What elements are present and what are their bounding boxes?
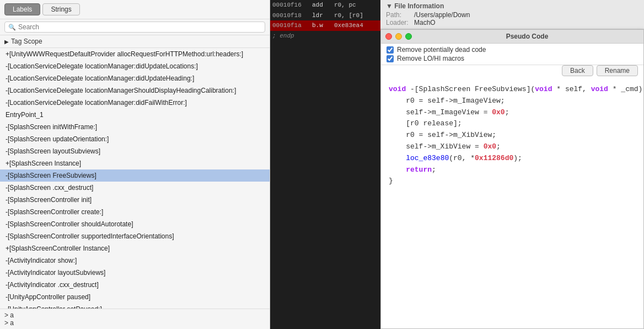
list-item[interactable]: +[SplashScreen Instance] [0, 157, 270, 169]
search-icon: 🔍 [8, 24, 16, 31]
minimize-button[interactable] [395, 33, 402, 40]
rename-button[interactable]: Rename [597, 65, 638, 76]
list-item[interactable]: -[UnityAppController paused] [0, 291, 270, 303]
asm-row: 00010f1ab.w0xe83ea4 [270, 20, 380, 31]
file-info-title: ▼ File Information [386, 2, 638, 10]
symbol-list: +[UnityWWWRequestDefaultProvider allocRe… [0, 48, 270, 309]
toolbar: Labels Strings [0, 0, 270, 19]
list-item[interactable]: -[LocationServiceDelegate locationManage… [0, 84, 270, 97]
search-bar: 🔍 [0, 19, 270, 35]
option-dead-code-row: Remove potentially dead code [387, 46, 638, 54]
remove-lohi-label: Remove LO/HI macros [397, 55, 464, 62]
remove-dead-code-checkbox[interactable] [387, 46, 394, 54]
console-bar: > a > a [0, 309, 270, 329]
path-value: /Users/apple/Down [414, 11, 470, 19]
tag-scope-row[interactable]: ▶ Tag Scope [0, 35, 270, 48]
maximize-button[interactable] [405, 33, 412, 40]
loader-value: MachO [414, 19, 436, 26]
left-panel: Labels Strings 🔍 ▶ Tag Scope +[UnityWWWR… [0, 0, 270, 329]
list-item[interactable]: -[SplashScreen layoutSubviews] [0, 145, 270, 157]
list-item[interactable]: -[SplashScreenController create:] [0, 206, 270, 218]
remove-dead-code-label: Remove potentially dead code [397, 46, 486, 54]
pseudo-code-window: Pseudo Code Remove potentially dead code… [380, 29, 644, 329]
list-item[interactable]: -[SplashScreenController init] [0, 194, 270, 206]
path-label: Path: [386, 11, 411, 19]
triangle-icon: ▶ [4, 39, 9, 45]
console-line1: > a [4, 311, 265, 319]
pseudo-nav: Back Rename [381, 65, 643, 78]
list-item[interactable]: -[ActivityIndicator show:] [0, 254, 270, 267]
close-button[interactable] [385, 33, 392, 40]
option-lo-hi-row: Remove LO/HI macros [387, 55, 638, 62]
pseudo-title: Pseudo Code [415, 33, 639, 40]
console-line2: > a [4, 319, 265, 327]
list-item[interactable]: -[ActivityIndicator .cxx_destruct] [0, 279, 270, 291]
list-item[interactable]: -[SplashScreen FreeSubviews] [0, 169, 270, 182]
list-item[interactable]: -[LocationServiceDelegate locationManage… [0, 60, 270, 72]
tag-scope-label: Tag Scope [11, 38, 42, 45]
file-info-path-row: Path: /Users/apple/Down [386, 11, 638, 19]
asm-row: ; endp [270, 31, 380, 41]
list-item[interactable]: +[UnityWWWRequestDefaultProvider allocRe… [0, 48, 270, 60]
list-item[interactable]: +[SplashScreenController Instance] [0, 242, 270, 254]
list-item[interactable]: -[SplashScreen initWithFrame:] [0, 121, 270, 133]
assembly-panel: 00010f16addr0, pc00010f18ldrr0, [r0]0001… [270, 0, 380, 329]
search-input[interactable] [18, 23, 261, 31]
list-item[interactable]: -[ActivityIndicator layoutSubviews] [0, 267, 270, 279]
list-item[interactable]: -[SplashScreen .cxx_destruct] [0, 182, 270, 194]
strings-button[interactable]: Strings [42, 3, 79, 15]
asm-row: 00010f16addr0, pc [270, 0, 380, 10]
list-item[interactable]: -[LocationServiceDelegate locationManage… [0, 97, 270, 109]
remove-lohi-checkbox[interactable] [387, 55, 394, 62]
file-info-bar: ▼ File Information Path: /Users/apple/Do… [380, 0, 644, 29]
pseudo-options: Remove potentially dead code Remove LO/H… [381, 44, 643, 65]
list-item[interactable]: -[LocationServiceDelegate locationManage… [0, 72, 270, 84]
code-area: void -[SplashScreen FreeSubviews](void *… [381, 78, 643, 328]
list-item[interactable]: -[SplashScreenController supportedInterf… [0, 230, 270, 242]
search-wrapper: 🔍 [4, 22, 265, 33]
loader-label: Loader: [386, 19, 411, 26]
pseudo-titlebar: Pseudo Code [381, 30, 643, 44]
back-button[interactable]: Back [562, 65, 593, 76]
labels-button[interactable]: Labels [4, 3, 40, 15]
file-info-loader-row: Loader: MachO [386, 19, 638, 26]
list-item[interactable]: -[SplashScreenController shouldAutorotat… [0, 218, 270, 230]
right-panel: ▼ File Information Path: /Users/apple/Do… [380, 0, 644, 329]
list-item[interactable]: -[UnityAppController setPaused:] [0, 303, 270, 309]
asm-row: 00010f18ldrr0, [r0] [270, 10, 380, 21]
list-item[interactable]: EntryPoint_1 [0, 109, 270, 121]
assembly-table: 00010f16addr0, pc00010f18ldrr0, [r0]0001… [270, 0, 380, 329]
list-item[interactable]: -[SplashScreen updateOrientation:] [0, 133, 270, 145]
